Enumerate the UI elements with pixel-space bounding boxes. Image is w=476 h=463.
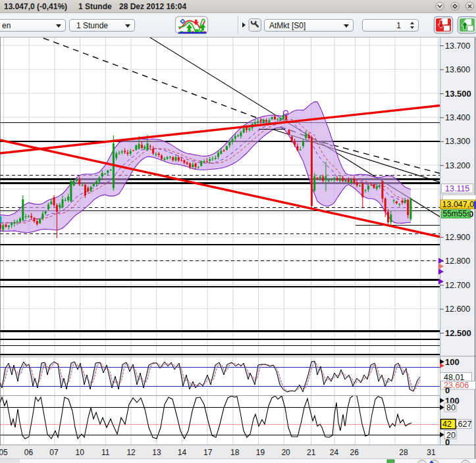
svg-text:100: 100 — [445, 357, 460, 367]
svg-text:06: 06 — [24, 448, 34, 457]
svg-text:55m55s: 55m55s — [443, 209, 471, 218]
svg-text:14: 14 — [178, 448, 187, 457]
svg-text:18: 18 — [230, 448, 240, 457]
svg-text:12.600: 12.600 — [445, 305, 470, 314]
svg-text:10: 10 — [76, 448, 85, 457]
svg-text:13.115: 13.115 — [445, 184, 469, 193]
svg-text:0: 0 — [445, 385, 450, 395]
svg-text:12.800: 12.800 — [445, 256, 470, 266]
svg-text:24: 24 — [330, 448, 339, 457]
svg-text:07: 07 — [49, 448, 59, 457]
svg-text:20: 20 — [281, 448, 290, 457]
svg-text:13.500: 13.500 — [445, 89, 471, 99]
svg-text:13.700: 13.700 — [445, 41, 470, 51]
svg-text:13.047,0: 13.047,0 — [442, 200, 475, 209]
svg-text:12.900: 12.900 — [445, 233, 470, 242]
svg-text:26: 26 — [350, 448, 359, 457]
svg-text:13.300: 13.300 — [445, 137, 470, 146]
svg-text:12: 12 — [126, 448, 136, 457]
svg-text:,627: ,627 — [456, 420, 471, 429]
svg-text:13.400: 13.400 — [445, 113, 470, 122]
svg-text:28: 28 — [399, 448, 408, 457]
svg-text:11: 11 — [101, 448, 110, 457]
svg-text:19: 19 — [256, 448, 265, 457]
svg-text:21: 21 — [307, 448, 316, 457]
svg-text:05: 05 — [0, 448, 8, 457]
svg-text:12.500: 12.500 — [445, 328, 471, 338]
svg-text:31: 31 — [427, 448, 436, 457]
svg-text:12.700: 12.700 — [445, 281, 470, 290]
svg-text:17: 17 — [203, 448, 213, 457]
svg-text:13: 13 — [152, 448, 161, 457]
svg-text:42: 42 — [442, 420, 452, 429]
svg-text:13.200: 13.200 — [445, 161, 470, 170]
svg-text:0: 0 — [445, 437, 450, 447]
svg-text:13.600: 13.600 — [445, 65, 470, 74]
svg-text:80: 80 — [446, 403, 456, 412]
